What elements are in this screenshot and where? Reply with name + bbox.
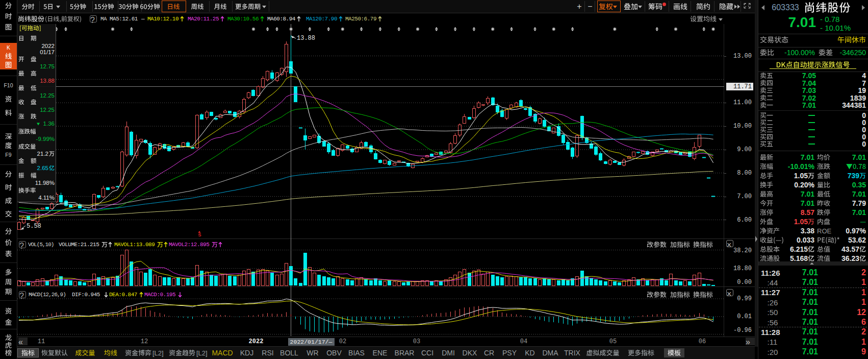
svg-text:S: S: [198, 232, 201, 237]
